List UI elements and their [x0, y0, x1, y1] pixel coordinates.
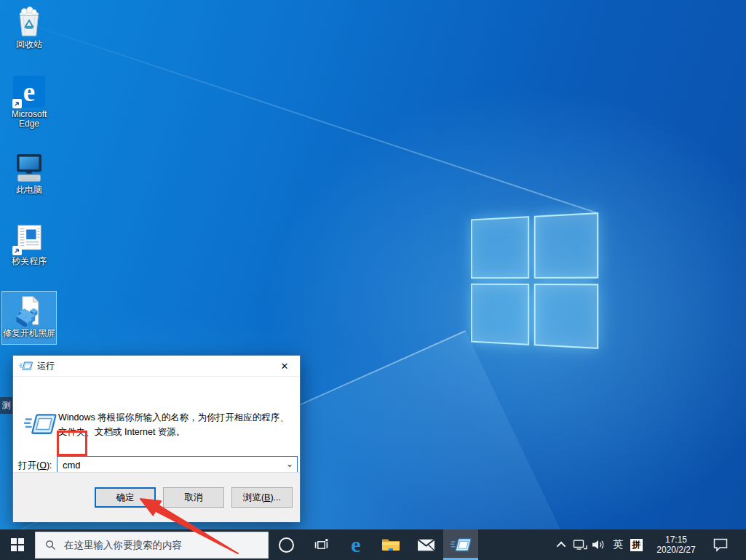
run-icon [450, 537, 472, 553]
clock-time: 17:15 [653, 535, 699, 545]
windows-logo-wallpaper [471, 212, 598, 349]
icon-label: 此电脑 [16, 185, 42, 195]
network-icon[interactable] [573, 539, 587, 551]
run-command-input[interactable] [57, 457, 282, 473]
run-window-taskbar-button[interactable] [443, 529, 478, 560]
chevron-down-icon[interactable]: ⌄ [286, 459, 293, 469]
run-dialog: 运行 ✕ Windows 将根据你所输入的名称，为你打开相应的程序、 文件夹、文… [12, 355, 301, 522]
taskbar-search[interactable] [35, 532, 269, 559]
system-tray: 英 拼 17:15 2020/2/27 [559, 529, 746, 560]
clock-date: 2020/2/27 [653, 545, 699, 555]
windows-start-icon [11, 538, 24, 551]
ime-mode-indicator[interactable]: 拼 [630, 539, 643, 551]
taskbar: e [0, 529, 746, 560]
annotation-highlight-box [57, 431, 87, 456]
mail-button[interactable] [408, 529, 443, 560]
run-dialog-titlebar: 运行 ✕ [13, 356, 300, 377]
edge-taskbar-button[interactable]: e [338, 529, 373, 560]
task-view-button[interactable] [303, 529, 338, 560]
search-input[interactable] [63, 539, 252, 551]
icon-label: 修复开机黑屏 [3, 329, 55, 338]
start-button[interactable] [0, 529, 35, 560]
tray-expand-icon[interactable] [557, 541, 566, 551]
open-label: 打开(O): [18, 460, 52, 472]
icon-label: Edge [19, 119, 39, 129]
close-icon[interactable]: ✕ [269, 356, 300, 376]
recycle-bin-icon [12, 5, 46, 39]
this-pc-icon [12, 151, 46, 184]
shortcut-arrow-icon [12, 246, 22, 255]
notification-icon [713, 537, 729, 552]
action-center-button[interactable] [713, 537, 729, 552]
desktop-icon-microsoft-edge[interactable]: e Microsoft Edge [1, 73, 57, 129]
windows-logo-pane [471, 283, 529, 345]
partially-hidden-icon-label[interactable]: 测 [0, 397, 12, 414]
run-dialog-footer: 确定 取消 浏览(B)... [13, 472, 300, 522]
ok-button[interactable]: 确定 [95, 487, 156, 508]
windows-logo-pane [471, 216, 529, 278]
desktop: 回收站 e Microsoft Edge 此电脑 [0, 0, 746, 560]
icon-label: 秒关程序 [12, 257, 47, 266]
run-dialog-description: Windows 将根据你所输入的名称，为你打开相应的程序、 文件夹、文档或 In… [58, 410, 295, 439]
task-view-icon [314, 537, 329, 553]
ime-language-indicator[interactable]: 英 [611, 538, 624, 551]
edge-icon: e [12, 75, 46, 108]
mail-icon [417, 538, 435, 552]
cortana-icon [279, 537, 294, 553]
taskbar-clock[interactable]: 17:15 2020/2/27 [653, 535, 699, 555]
cortana-button[interactable] [269, 529, 303, 560]
file-explorer-button[interactable] [373, 529, 408, 560]
desktop-icon-recycle-bin[interactable]: 回收站 [1, 3, 57, 49]
search-icon [45, 540, 56, 551]
run-dialog-body: Windows 将根据你所输入的名称，为你打开相应的程序、 文件夹、文档或 In… [13, 377, 300, 471]
volume-icon[interactable] [591, 539, 606, 551]
edge-icon: e [351, 534, 360, 556]
dialog-title: 运行 [37, 360, 269, 372]
run-icon [19, 361, 33, 372]
browse-button[interactable]: 浏览(B)... [231, 487, 293, 508]
run-icon [23, 412, 57, 437]
desktop-icon-this-pc[interactable]: 此电脑 [1, 148, 57, 195]
cancel-button[interactable]: 取消 [163, 487, 224, 508]
registry-file-icon [12, 294, 46, 327]
program-window-icon [12, 222, 46, 255]
windows-logo-pane [533, 284, 598, 349]
desktop-icon-quick-close-program[interactable]: 秒关程序 [1, 220, 57, 266]
desktop-icon-fix-black-screen[interactable]: 修复开机黑屏 [1, 291, 57, 345]
shortcut-arrow-icon [12, 99, 22, 108]
windows-logo-pane [533, 212, 598, 278]
icon-label: 回收站 [16, 40, 42, 49]
file-explorer-icon [381, 537, 400, 552]
wallpaper-ray-line [0, 14, 597, 214]
